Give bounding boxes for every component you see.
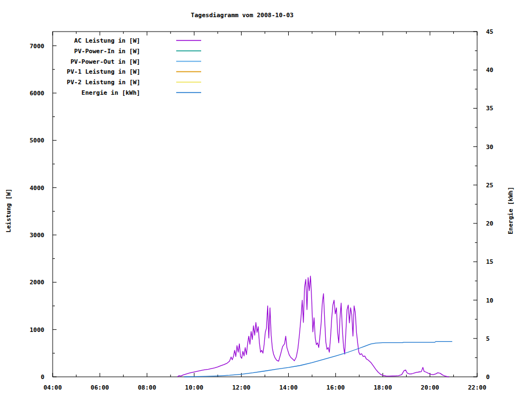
legend-label-4: PV-1 Leistung in [W] [67,68,140,75]
x-tick-labels: 04:0006:0008:0010:0012:0014:0016:0018:00… [43,384,486,391]
y2-tick-label: 15 [486,258,493,265]
x-tick-label: 16:00 [326,384,345,391]
x-tick-label: 18:00 [374,384,392,391]
y2-axis-label: Energie [kWh] [507,187,514,234]
y-tick-label: 5000 [30,137,45,144]
x-tick-label: 14:00 [279,384,298,391]
y-tick-label: 4000 [30,185,45,192]
series-curve-6 [185,341,452,377]
legend: AC Leistung in [W]PV-Power-In in [W]PV-P… [67,37,201,96]
y2-tick-label: 25 [486,182,493,189]
x-tick-label: 08:00 [138,384,156,391]
y2-tick-label: 5 [486,335,490,342]
y-tick-label: 7000 [30,43,45,50]
x-tick-label: 20:00 [421,384,439,391]
series-lines [178,276,452,377]
x-tick-label: 04:00 [43,384,62,391]
gnuplot-canvas: 04:0006:0008:0010:0012:0014:0016:0018:00… [0,0,532,399]
legend-label-3: PV-Power-Out in [W] [70,58,140,65]
y2-tick-label: 35 [486,105,493,112]
legend-label-1: AC Leistung in [W] [74,37,140,44]
chart-title: Tagesdiagramm vom 2008-10-03 [191,12,293,19]
y2-tick-label: 0 [486,374,490,381]
tagesdiagramm-chart: 04:0006:0008:0010:0012:0014:0016:0018:00… [0,0,532,399]
y2-tick-label: 20 [486,220,493,227]
y-tick-labels: 01000200030004000500060007000 [30,43,45,381]
y-axis-label: Leistung [W] [5,188,12,232]
x-tick-label: 22:00 [468,384,486,391]
y-tick-label: 2000 [30,279,45,286]
y2-tick-label: 45 [486,28,493,35]
y-tick-label: 6000 [30,90,45,97]
x-tick-label: 06:00 [91,384,109,391]
legend-label-2: PV-Power-In in [W] [74,48,140,55]
x-tick-label: 10:00 [185,384,203,391]
y-tick-label: 0 [40,374,44,381]
y-tick-label: 3000 [30,232,45,239]
y2-tick-label: 30 [486,144,493,151]
y2-tick-labels: 051015202530354045 [486,28,493,381]
y-tick-label: 1000 [30,326,45,334]
legend-label-5: PV-2 Leistung in [W] [67,79,140,86]
series-curve-1 [178,276,449,377]
y2-tick-label: 10 [486,297,493,304]
x-tick-label: 12:00 [232,384,250,391]
y2-tick-label: 40 [486,66,493,74]
legend-label-6: Energie in [kWh] [81,89,140,96]
